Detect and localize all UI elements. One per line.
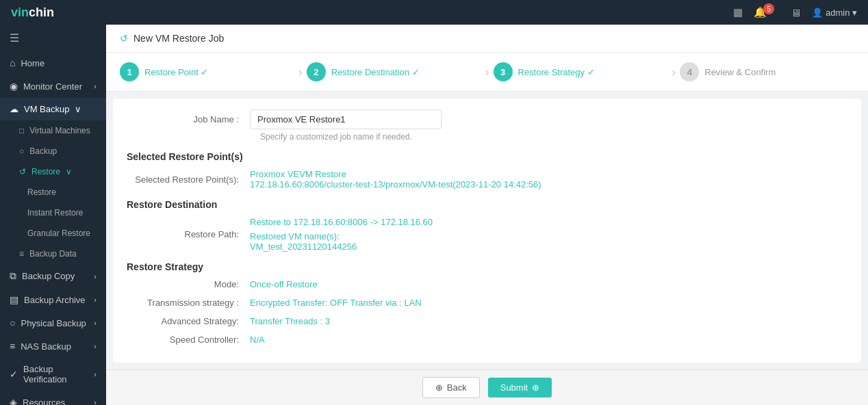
sidebar-item-restore-label: Restore <box>31 167 60 177</box>
restore-icon: ↺ <box>19 167 26 177</box>
restore-path-value: Restore to 172.18.16.60:8006 -> 172.18.1… <box>250 217 433 252</box>
speed-row: Speed Controller: N/A <box>127 335 847 345</box>
selected-restore-points-label: Selected Restore Point(s): <box>127 174 250 185</box>
step-1-label: Restore Point ✓ <box>144 67 208 77</box>
sidebar-item-backup-data[interactable]: ≡ Backup Data <box>0 244 106 264</box>
sidebar-item-monitor-center[interactable]: ◉ Monitor Center › <box>0 75 106 98</box>
sidebar-item-backup-archive[interactable]: ▤ Backup Archive › <box>0 288 106 311</box>
steps-bar: 1 Restore Point ✓ › 2 Restore Destinatio… <box>106 53 868 92</box>
physical-backup-icon: ○ <box>10 317 15 328</box>
selected-restore-points-row: Selected Restore Point(s): Proxmox VEVM … <box>127 169 847 190</box>
backup-copy-chevron-icon: › <box>94 272 97 280</box>
back-icon: ⊕ <box>435 382 443 393</box>
restore-destination-title: Restore Destination <box>127 199 847 210</box>
vm-backup-icon: ☁ <box>10 104 18 114</box>
backup-copy-icon: ⧉ <box>10 270 16 282</box>
topbar-right: ▦ 🔔 5 🖥 👤 admin ▾ <box>733 6 857 19</box>
job-name-hint: Specify a customized job name if needed. <box>260 132 847 142</box>
restored-vm-line1: Restored VM name(s): <box>250 231 433 241</box>
form-area: Job Name : Specify a customized job name… <box>113 99 861 363</box>
step-4-label: Review & Confirm <box>704 67 776 77</box>
monitor-icon[interactable]: 🖥 <box>791 7 801 18</box>
transmission-row: Transmission strategy : Encrypted Transf… <box>127 298 847 308</box>
submit-button[interactable]: Submit ⊕ <box>488 378 552 397</box>
sidebar-item-resources[interactable]: ◈ Resources › <box>0 391 106 405</box>
sidebar-item-vm-backup-label: VM Backup <box>24 104 69 114</box>
step-4: 4 Review & Confirm <box>680 62 854 81</box>
sidebar-item-physical-backup-label: Physical Backup <box>21 318 86 328</box>
sidebar-item-vm-backup[interactable]: ☁ VM Backup ∨ <box>0 98 106 120</box>
monitor-chevron-icon: › <box>94 82 97 90</box>
resources-icon: ◈ <box>10 397 17 405</box>
sidebar-item-home-label: Home <box>21 58 44 68</box>
sidebar-item-granular-restore[interactable]: Granular Restore <box>0 223 106 244</box>
sidebar-item-virtual-machines[interactable]: □ Virtual Machines <box>0 120 106 141</box>
step-1: 1 Restore Point ✓ <box>120 62 294 81</box>
step-sep-1: › <box>298 65 303 79</box>
advanced-row: Advanced Strategy: Transfer Threads : 3 <box>127 316 847 326</box>
page-header-icon: ↺ <box>120 33 128 44</box>
mode-value: Once-off Restore <box>250 279 318 289</box>
step-2-circle: 2 <box>307 62 326 81</box>
sidebar-item-granular-restore-label: Granular Restore <box>27 228 90 238</box>
sidebar-item-restore[interactable]: ↺ Restore ∨ <box>0 161 106 182</box>
step-4-circle: 4 <box>680 62 699 81</box>
mode-row: Mode: Once-off Restore <box>127 279 847 289</box>
sidebar-item-backup-copy-label: Backup Copy <box>22 271 75 281</box>
sidebar-item-backup-verification[interactable]: ✓ Backup Verification › <box>0 358 106 391</box>
backup-data-icon: ≡ <box>19 249 24 259</box>
home-icon: ⌂ <box>10 57 15 68</box>
admin-label[interactable]: 👤 admin ▾ <box>812 8 857 18</box>
backup-archive-icon: ▤ <box>10 294 18 305</box>
speed-value: N/A <box>250 335 265 345</box>
backup-verification-icon: ✓ <box>10 369 18 380</box>
submit-icon: ⊕ <box>532 382 539 393</box>
backup-icon: ○ <box>19 146 24 156</box>
step-sep-3: › <box>672 65 676 79</box>
submit-label: Submit <box>500 382 528 393</box>
restore-path-label: Restore Path: <box>127 229 250 239</box>
physical-backup-chevron-icon: › <box>94 319 97 327</box>
sidebar-item-nas-backup[interactable]: ≡ NAS Backup › <box>0 335 106 358</box>
sidebar-item-backup-copy[interactable]: ⧉ Backup Copy › <box>0 264 106 288</box>
sidebar-item-instant-restore[interactable]: Instant Restore <box>0 202 106 223</box>
selected-value-line1: Proxmox VEVM Restore <box>250 169 541 179</box>
job-name-row: Job Name : <box>127 109 847 129</box>
selected-restore-points-title: Selected Restore Point(s) <box>127 151 847 162</box>
sidebar-toggle[interactable]: ☰ <box>0 25 106 51</box>
sidebar-item-restore-sub-label: Restore <box>27 187 56 197</box>
backup-verification-chevron-icon: › <box>94 370 97 378</box>
job-name-input[interactable] <box>250 109 442 129</box>
sidebar-item-monitor-label: Monitor Center <box>23 81 82 92</box>
logo-vin: vin <box>11 5 29 19</box>
sidebar-item-home[interactable]: ⌂ Home <box>0 51 106 75</box>
grid-icon[interactable]: ▦ <box>733 6 743 18</box>
back-label: Back <box>447 382 467 393</box>
back-button[interactable]: ⊕ Back <box>422 377 480 398</box>
sidebar-item-instant-restore-label: Instant Restore <box>27 208 83 218</box>
monitor-center-icon: ◉ <box>10 81 18 92</box>
page-title: New VM Restore Job <box>133 33 224 44</box>
sidebar-item-restore-sub[interactable]: Restore <box>0 182 106 202</box>
transmission-value: Encrypted Transfer: OFF Transfer via : L… <box>250 298 422 308</box>
sidebar-item-backup-data-label: Backup Data <box>29 249 77 259</box>
advanced-label: Advanced Strategy: <box>127 316 250 326</box>
transmission-label: Transmission strategy : <box>127 298 250 308</box>
sidebar-item-backup[interactable]: ○ Backup <box>0 141 106 161</box>
page-header: ↺ New VM Restore Job <box>106 25 868 53</box>
step-sep-2: › <box>485 65 489 79</box>
virtual-machines-icon: □ <box>19 126 24 135</box>
step-3-label: Restore Strategy ✓ <box>518 67 595 77</box>
footer-bar: ⊕ Back Submit ⊕ <box>106 369 868 405</box>
job-name-label: Job Name : <box>127 114 250 125</box>
sidebar-item-physical-backup[interactable]: ○ Physical Backup › <box>0 311 106 335</box>
sidebar-item-backup-verification-label: Backup Verification <box>23 364 88 384</box>
step-1-circle: 1 <box>120 62 139 81</box>
selected-restore-points-value: Proxmox VEVM Restore 172.18.16.60:8006/c… <box>250 169 541 190</box>
restore-strategy-title: Restore Strategy <box>127 261 847 272</box>
step-3: 3 Restore Strategy ✓ <box>494 62 668 81</box>
sidebar-item-resources-label: Resources <box>23 397 65 406</box>
nas-backup-chevron-icon: › <box>94 342 97 350</box>
topbar: vinchin ▦ 🔔 5 🖥 👤 admin ▾ <box>0 0 868 25</box>
sidebar: ☰ ⌂ Home ◉ Monitor Center › ☁ VM Backup … <box>0 25 106 405</box>
